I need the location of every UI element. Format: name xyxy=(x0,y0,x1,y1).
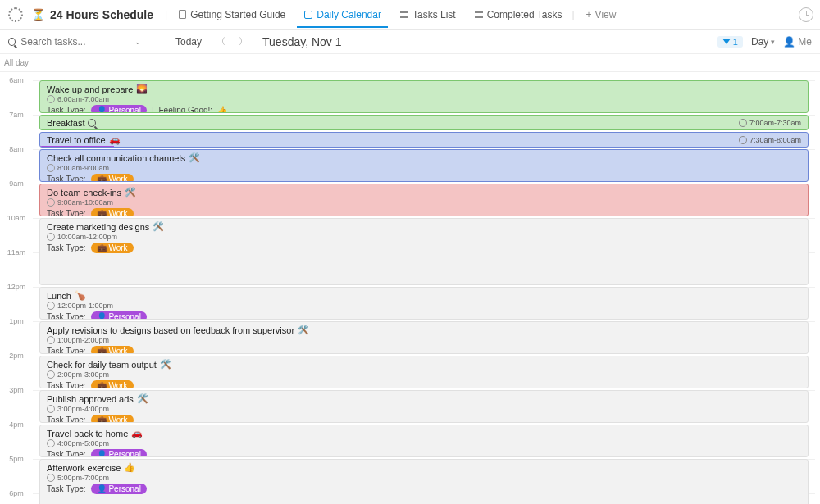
event-title: Check all communication channels🛠️ xyxy=(47,152,801,163)
today-button[interactable]: Today xyxy=(171,36,207,48)
task-type-badge: 👤 Personal xyxy=(91,484,147,494)
hour-label: 7am xyxy=(0,111,33,119)
task-type-label: Task Type: xyxy=(47,175,86,182)
app-logo-icon xyxy=(8,7,23,22)
calendar-event[interactable]: Create marketing designs🛠️10:00am-12:00p… xyxy=(39,218,809,285)
event-emoji: 🍗 xyxy=(75,290,86,301)
event-title: Afterwork exercise👍 xyxy=(47,462,801,473)
event-emoji: 🛠️ xyxy=(125,187,136,198)
task-type-label: Task Type: xyxy=(47,243,86,252)
hour-label: 6am xyxy=(0,76,33,84)
hour-label: 1pm xyxy=(0,317,33,325)
view-granularity-dropdown[interactable]: Day ▾ xyxy=(751,36,775,48)
search-input[interactable] xyxy=(20,36,123,48)
event-time: 1:00pm-2:00pm xyxy=(47,336,801,344)
calendar-event[interactable]: Wake up and prepare🌄6:00am-7:00amTask Ty… xyxy=(39,80,809,113)
task-type-badge: 👤 Personal xyxy=(91,105,147,113)
task-type-badge: 👤 Personal xyxy=(91,449,147,457)
calendar-event[interactable]: Publish approved ads🛠️3:00pm-4:00pmTask … xyxy=(39,390,809,423)
all-day-row: All day xyxy=(0,54,820,72)
calendar-event[interactable]: Travel back to home🚗4:00pm-5:00pmTask Ty… xyxy=(39,425,809,457)
person-icon: 👤 xyxy=(783,36,795,48)
task-type-badge: 💼 Work xyxy=(91,174,134,182)
tab-label: Getting Started Guide xyxy=(190,9,285,20)
event-meta: Task Type:👤 Personal|Feeling Good!:👍 xyxy=(47,105,801,113)
hour-label: 11am xyxy=(0,248,33,257)
page-title: ⏳ 24 Hours Schedule xyxy=(31,8,153,21)
task-type-badge: 💼 Work xyxy=(91,380,134,388)
task-type-label: Task Type: xyxy=(47,415,86,423)
event-meta: Task Type:💼 Work xyxy=(47,174,801,182)
chevron-down-icon: ▾ xyxy=(771,38,775,46)
task-type-badge: 💼 Work xyxy=(91,346,134,354)
progress-bar xyxy=(40,146,114,148)
event-meta: Task Type:👤 Personal xyxy=(47,311,801,320)
hour-label: 3pm xyxy=(0,386,33,394)
task-type-badge: 👤 Personal xyxy=(91,311,147,320)
filter-icon xyxy=(722,39,731,44)
tab-label: Completed Tasks xyxy=(487,9,563,20)
list-icon xyxy=(399,10,409,20)
current-date: Tuesday, Nov 1 xyxy=(262,35,342,48)
tab-tasks-list[interactable]: Tasks List xyxy=(393,2,462,27)
tab-getting-started-guide[interactable]: Getting Started Guide xyxy=(171,2,292,27)
event-meta: Task Type:👤 Personal xyxy=(47,484,801,494)
search-dropdown[interactable]: ⌄ xyxy=(130,38,146,46)
event-time: 7:30am-8:00am xyxy=(739,136,801,144)
tab-completed-tasks[interactable]: Completed Tasks xyxy=(467,2,569,27)
next-day-button[interactable]: 〉 xyxy=(235,35,251,48)
event-title: Check for daily team output🛠️ xyxy=(47,359,801,370)
calendar-event[interactable]: Travel to office 🚗7:30am-8:00am xyxy=(39,132,809,148)
calendar-event[interactable]: Do team check-ins🛠️9:00am-10:00amTask Ty… xyxy=(39,184,809,216)
tab-label: Tasks List xyxy=(412,9,456,20)
event-emoji: 🛠️ xyxy=(160,359,171,370)
filter-pill[interactable]: 1 xyxy=(718,36,743,48)
event-meta: Task Type:💼 Work xyxy=(47,415,801,423)
task-type-label: Task Type: xyxy=(47,381,86,388)
calendar-event[interactable]: Afterwork exercise👍5:00pm-7:00pmTask Typ… xyxy=(39,459,809,504)
top-bar: ⏳ 24 Hours Schedule | Getting Started Gu… xyxy=(0,0,820,30)
title-emoji: ⏳ xyxy=(31,8,45,21)
prev-day-button[interactable]: 〈 xyxy=(213,35,229,48)
calendar-event[interactable]: Check for daily team output🛠️2:00pm-3:00… xyxy=(39,356,809,388)
title-text: 24 Hours Schedule xyxy=(50,8,153,21)
tab-label: Daily Calendar xyxy=(317,9,381,20)
calendar-event[interactable]: Lunch🍗12:00pm-1:00pmTask Type:👤 Personal xyxy=(39,287,809,320)
event-title: Apply revisions to designs based on feed… xyxy=(47,325,801,335)
event-time: 7:00am-7:30am xyxy=(739,119,801,127)
add-view-button[interactable]: + View xyxy=(578,9,625,20)
event-meta: Task Type:💼 Work xyxy=(47,208,801,216)
tab-daily-calendar[interactable]: Daily Calendar xyxy=(297,2,388,27)
calendar-event[interactable]: Apply revisions to designs based on feed… xyxy=(39,321,809,354)
hour-label: 6pm xyxy=(0,489,33,497)
calendar-event[interactable]: Breakfast 7:00am-7:30am xyxy=(39,115,809,130)
clock-icon[interactable] xyxy=(799,7,813,22)
event-title: Travel back to home🚗 xyxy=(47,428,801,438)
calendar-event[interactable]: Check all communication channels🛠️8:00am… xyxy=(39,149,809,182)
hour-label: 2pm xyxy=(0,352,33,360)
task-type-label: Task Type: xyxy=(47,312,86,320)
event-emoji: 🚗 xyxy=(109,134,121,145)
event-title: Wake up and prepare🌄 xyxy=(47,84,801,94)
event-title: Publish approved ads🛠️ xyxy=(47,393,801,404)
task-type-badge: 💼 Work xyxy=(91,243,134,253)
event-title: Lunch🍗 xyxy=(47,290,801,301)
event-time: 5:00pm-7:00pm xyxy=(47,474,801,482)
hour-label: 10am xyxy=(0,214,33,222)
task-type-label: Task Type: xyxy=(47,450,86,457)
event-time: 10:00am-12:00pm xyxy=(47,233,801,241)
view-tabs: Getting Started GuideDaily CalendarTasks… xyxy=(171,2,568,27)
event-meta: Task Type:💼 Work xyxy=(47,243,801,253)
task-type-label: Task Type: xyxy=(47,484,86,493)
add-view-label: View xyxy=(595,9,617,20)
filter-count: 1 xyxy=(733,37,738,47)
hour-label: 9am xyxy=(0,179,33,188)
search-box[interactable] xyxy=(8,36,123,48)
me-filter[interactable]: 👤 Me xyxy=(783,36,812,48)
hour-label: 12pm xyxy=(0,283,33,291)
event-time: 12:00pm-1:00pm xyxy=(47,302,801,310)
progress-bar xyxy=(40,129,114,130)
toolbar: ⌄ Today 〈 〉 Tuesday, Nov 1 1 Day ▾ 👤 Me xyxy=(0,30,820,54)
event-time: 8:00am-9:00am xyxy=(47,164,801,172)
extra-emoji: 👍 xyxy=(217,106,227,113)
